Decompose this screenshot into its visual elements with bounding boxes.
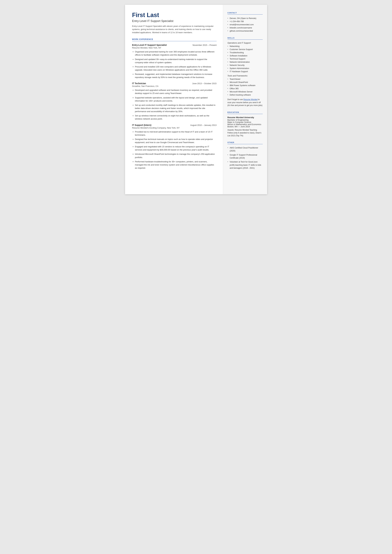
job-0-bullet-1: Designed and updated 30+ easy-to-underst…: [132, 58, 217, 64]
education-section-title: EDUCATION: [227, 111, 263, 114]
skills-category-1-list: TeamViewerMicrosoft SharePointIBM Power …: [227, 77, 263, 97]
skill-1-5: Defect tracking software: [227, 93, 263, 97]
job-2-bullet-3: Introduced Microsoft SharePoint technolo…: [132, 153, 217, 159]
skills-category-1-label: Tools and Frameworks:: [227, 75, 263, 77]
skill-1-0: TeamViewer: [227, 77, 263, 81]
other-section-title: OTHER: [227, 141, 263, 144]
job-0-dates: November 2015 – Present: [193, 44, 217, 46]
candidate-name: First Last: [132, 12, 217, 19]
job-0-bullet-2: Procured and installed 100 new computers…: [132, 65, 217, 71]
sidebar: CONTACT Denver, OH (Open to Remote)+1-23…: [223, 5, 267, 194]
skill-0-0: Networking: [227, 45, 263, 48]
other-section: OTHER AWS Certified Cloud Practitioner (…: [227, 141, 263, 170]
skill-0-5: Network Administration: [227, 61, 263, 64]
skill-1-4: Microsoft Windows Server: [227, 90, 263, 93]
contact-section-title: CONTACT: [227, 12, 263, 14]
skill-1-1: Microsoft SharePoint: [227, 81, 263, 84]
other-item-2: Volunteer at Tech for Good (non profit) …: [227, 161, 263, 170]
job-1-bullet-0: Developed and upgraded software and hard…: [132, 89, 217, 95]
job-2-bullet-2: Engaged and negotiated with 15 vendors t…: [132, 145, 217, 151]
skill-1-2: IBM Power Systems software: [227, 84, 263, 87]
job-0-bullet-3: Reviewed, suggested, and implemented dat…: [132, 73, 217, 79]
work-experience-section-title: WORK EXPERIENCE: [132, 38, 217, 41]
job-2-dates: August 2010 – January 2013: [190, 124, 217, 126]
work-experience-section: Entry-Level IT Support SpecialistNovembe…: [132, 44, 217, 170]
promo-link[interactable]: Resume Worded: [244, 98, 258, 101]
job-1-bullets: Developed and upgraded software and hard…: [132, 89, 217, 120]
job-1-bullet-1: Supported website operations, assisted w…: [132, 96, 217, 103]
job-1-header: IT TechnicianJune 2013 – October 2015: [132, 82, 217, 85]
job-0-title: Entry-Level IT Support Specialist: [132, 44, 167, 46]
skills-section-title: SKILLS: [227, 37, 263, 40]
job-2-title: IT Support (Intern): [132, 124, 151, 126]
candidate-summary: Entry-Level IT Support Specialist with e…: [132, 25, 217, 34]
other-item-1: Google IT Support Professional Certifica…: [227, 154, 263, 160]
job-1-bullet-3: Set up wireless internet connectivity on…: [132, 114, 217, 120]
other-list: AWS Certified Cloud Practitioner (2020)G…: [227, 146, 263, 170]
job-0-bullet-0: Organised and presented training for ove…: [132, 50, 217, 56]
contact-list: Denver, OH (Open to Remote)+1-234-456-78…: [227, 17, 263, 33]
job-0-header: Entry-Level IT Support SpecialistNovembe…: [132, 44, 217, 46]
edu-awards: Awards: Resume Worded Teaching Fellow (o…: [227, 129, 263, 137]
main-column: First Last Entry-Level IT Support Specia…: [125, 5, 223, 194]
skill-0-8: IT Hardware Support: [227, 70, 263, 73]
job-1-company: Growthsi, San Francisco, CA: [132, 85, 217, 87]
skill-0-6: Network Security: [227, 64, 263, 67]
job-0: Entry-Level IT Support SpecialistNovembe…: [132, 44, 217, 79]
skill-0-1: Customer Service Support: [227, 48, 263, 51]
edu-minor: Minors in Mathematics and Economics: [227, 123, 263, 126]
job-2-bullets: Provided low to mid-level administrative…: [132, 130, 217, 170]
edu-major: Major in Computer Science: [227, 121, 263, 123]
education-content: Resume Worded UniversityBachelor of Engi…: [227, 116, 263, 137]
job-2-bullet-1: Designed five technical manuals on topic…: [132, 138, 217, 144]
skill-0-4: Technical Support: [227, 57, 263, 61]
job-1-dates: June 2013 – October 2015: [192, 82, 217, 85]
promo-text: Don't forget to use Resume Worded to sca…: [227, 98, 263, 107]
job-2-bullet-4: Performed hardware troubleshooting for 3…: [132, 160, 217, 170]
contact-item-0: Denver, OH (Open to Remote): [227, 17, 263, 20]
job-2: IT Support (Intern)August 2010 – January…: [132, 124, 217, 170]
job-2-company: Resume Worded's Exciting Company, New Yo…: [132, 127, 217, 129]
contact-item-1: +1-234-456-789: [227, 20, 263, 23]
contact-item-2: email@resumeworded.com: [227, 23, 263, 26]
job-0-bullets: Organised and presented training for ove…: [132, 50, 217, 79]
skills-section: SKILLS Operations and IT Support:Network…: [227, 37, 263, 107]
skill-1-3: Office 365: [227, 87, 263, 90]
skill-0-3: Software Installation: [227, 54, 263, 57]
job-1-bullet-2: Set up and conducted monthly staff meeti…: [132, 104, 217, 113]
skill-0-2: Troubleshooting: [227, 51, 263, 54]
edu-degree: Bachelor of Engineering: [227, 119, 263, 121]
edu-school: Resume Worded University: [227, 116, 263, 119]
contact-item-3: linkedin.com/in/username: [227, 26, 263, 29]
contact-section: CONTACT Denver, OH (Open to Remote)+1-23…: [227, 12, 263, 33]
job-1-title: IT Technician: [132, 82, 146, 85]
contact-item-4: github.com/resumeworded: [227, 29, 263, 33]
job-1: IT TechnicianJune 2013 – October 2015Gro…: [132, 82, 217, 120]
skills-categories: Operations and IT Support:NetworkingCust…: [227, 42, 263, 97]
skills-category-0-label: Operations and IT Support:: [227, 42, 263, 44]
edu-location: Boston, MA — June 2019: [227, 126, 263, 128]
job-2-bullet-0: Provided low to mid-level administrative…: [132, 130, 217, 137]
job-2-header: IT Support (Intern)August 2010 – January…: [132, 124, 217, 126]
other-item-0: AWS Certified Cloud Practitioner (2020): [227, 146, 263, 153]
job-0-company: Resume Worded, New York, NY: [132, 47, 217, 49]
skill-0-7: System Administration: [227, 67, 263, 70]
candidate-title: Entry-Level IT Support Specialist: [132, 19, 217, 23]
education-section: EDUCATION Resume Worded UniversityBachel…: [227, 111, 263, 137]
resume-page: First Last Entry-Level IT Support Specia…: [125, 5, 267, 194]
skills-category-0-list: NetworkingCustomer Service SupportTroubl…: [227, 45, 263, 73]
